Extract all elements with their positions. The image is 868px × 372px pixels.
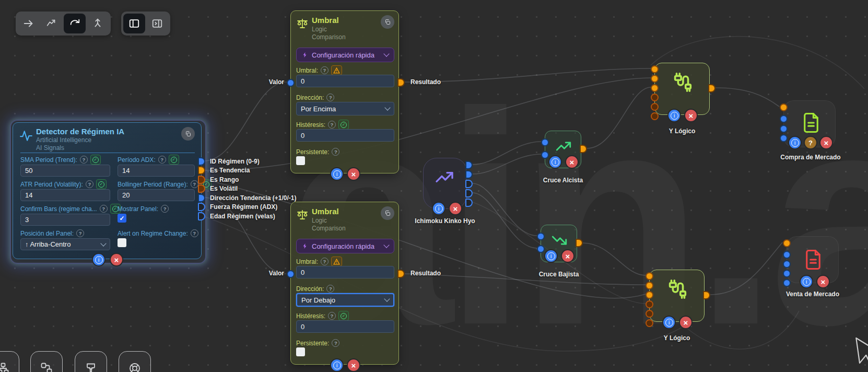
input-port[interactable]	[646, 300, 653, 308]
output-port[interactable]	[198, 176, 205, 184]
input-port[interactable]	[783, 239, 791, 247]
panel-position-select[interactable]: ↑ Arriba-Centro	[20, 238, 110, 250]
output-port[interactable]	[198, 203, 205, 211]
help-icon[interactable]: ?	[321, 258, 329, 265]
input-port[interactable]	[780, 103, 788, 111]
help-icon[interactable]: ?	[326, 94, 334, 101]
input-port[interactable]	[646, 291, 653, 299]
help-icon[interactable]: ?	[191, 180, 198, 188]
persistent-checkbox[interactable]	[296, 347, 305, 356]
help-icon[interactable]: ?	[80, 156, 88, 164]
input-port[interactable]	[646, 310, 653, 318]
node-y-logico-2[interactable]: i ×	[649, 270, 705, 322]
info-button[interactable]: i	[330, 358, 344, 372]
umbral-input[interactable]: 0	[296, 75, 394, 87]
node-cruce-alcista[interactable]: i ×	[545, 131, 581, 168]
info-button[interactable]: i	[330, 167, 344, 181]
node-ichimoku[interactable]: i ×	[423, 158, 467, 209]
node-editor-canvas[interactable]: ain.a	[0, 0, 868, 372]
input-port[interactable]	[541, 151, 549, 159]
duplicate-node-button[interactable]	[181, 127, 195, 141]
node-compra-mercado[interactable]: i ? ×	[783, 100, 836, 147]
help-icon[interactable]: ?	[100, 205, 108, 213]
merge-edge-button[interactable]	[87, 14, 109, 33]
delete-button[interactable]: ×	[684, 109, 698, 122]
lifebuoy-button[interactable]	[119, 351, 151, 372]
input-port[interactable]	[651, 84, 659, 92]
delete-button[interactable]: ×	[561, 249, 574, 263]
delete-button[interactable]: ×	[819, 136, 833, 149]
help-icon[interactable]: ?	[161, 205, 169, 213]
quick-config-button[interactable]: Configuración rápida	[296, 239, 394, 253]
input-port[interactable]	[651, 65, 659, 73]
adx-period-input[interactable]: 14	[118, 165, 195, 177]
input-port-valor[interactable]	[287, 79, 295, 87]
delete-button[interactable]: ×	[347, 358, 360, 372]
input-port[interactable]	[783, 279, 791, 287]
toggle-right-panel-button[interactable]	[146, 14, 168, 33]
curved-edge-button[interactable]	[64, 14, 86, 33]
info-button[interactable]: i	[432, 202, 445, 215]
help-icon[interactable]: ?	[328, 121, 336, 129]
input-port[interactable]	[651, 103, 659, 111]
output-port[interactable]	[198, 194, 205, 202]
umbral-input[interactable]: 0	[296, 266, 394, 278]
direction-select[interactable]: Por Debajo	[296, 293, 394, 307]
input-port[interactable]	[783, 251, 791, 259]
duplicate-node-button[interactable]	[381, 15, 394, 29]
help-icon[interactable]: ?	[326, 285, 334, 293]
output-port[interactable]	[198, 166, 205, 175]
confirm-bars-input[interactable]: 3	[20, 214, 110, 226]
node-umbral-2[interactable]: Umbral Logic Comparison Configuración rá…	[290, 202, 399, 365]
node-cruce-bajista[interactable]: i ×	[541, 225, 577, 262]
output-port[interactable]	[198, 184, 205, 193]
mostrar-panel-checkbox[interactable]: ✓	[118, 214, 126, 223]
info-button[interactable]: i	[544, 249, 558, 263]
input-port[interactable]	[780, 134, 788, 142]
input-port[interactable]	[651, 112, 659, 120]
input-port[interactable]	[537, 245, 545, 253]
delete-button[interactable]: ×	[449, 202, 462, 215]
delete-button[interactable]: ×	[347, 167, 360, 181]
input-port[interactable]	[646, 272, 653, 280]
info-button[interactable]: i	[800, 275, 813, 288]
sitemap-button[interactable]	[0, 351, 19, 372]
persistent-checkbox[interactable]	[296, 156, 305, 165]
input-port[interactable]	[651, 94, 659, 101]
output-port[interactable]	[198, 212, 205, 220]
direction-select[interactable]: Por Encima	[296, 102, 394, 115]
output-port[interactable]	[198, 157, 205, 166]
info-button[interactable]: i	[788, 136, 802, 149]
help-icon[interactable]: ?	[76, 229, 84, 237]
help-icon[interactable]: ?	[332, 339, 339, 347]
help-icon[interactable]: ?	[328, 312, 336, 320]
input-port[interactable]	[646, 319, 653, 327]
node-y-logico-1[interactable]: i ×	[654, 63, 710, 115]
hysteresis-input[interactable]: 0	[296, 320, 394, 333]
node-detector-regimen-ia[interactable]: Detector de Régimen IA Artificial Intell…	[13, 122, 202, 259]
trend-edge-button[interactable]	[41, 14, 63, 33]
alert-regime-checkbox[interactable]	[118, 238, 126, 247]
input-port-valor[interactable]	[287, 270, 295, 278]
info-button[interactable]: i	[548, 155, 562, 169]
input-port[interactable]	[541, 138, 549, 146]
input-port[interactable]	[780, 125, 788, 133]
input-port[interactable]	[780, 115, 788, 123]
input-port[interactable]	[537, 233, 545, 240]
brush-button[interactable]	[75, 351, 107, 372]
info-button[interactable]: i	[92, 253, 105, 266]
workflow-button[interactable]	[30, 351, 63, 372]
info-button[interactable]: i	[667, 109, 681, 122]
atr-period-input[interactable]: 14	[20, 189, 110, 201]
delete-button[interactable]: ×	[110, 253, 123, 266]
node-umbral-1[interactable]: Umbral Logic Comparison Configuración rá…	[290, 10, 399, 173]
input-port[interactable]	[783, 260, 791, 268]
help-icon[interactable]: ?	[86, 180, 93, 188]
input-port[interactable]	[783, 270, 791, 277]
question-button[interactable]: ?	[804, 136, 817, 149]
input-port[interactable]	[651, 75, 659, 83]
help-icon[interactable]: ?	[332, 148, 339, 156]
duplicate-node-button[interactable]	[381, 206, 394, 220]
info-button[interactable]: i	[662, 316, 676, 329]
delete-button[interactable]: ×	[679, 316, 693, 329]
